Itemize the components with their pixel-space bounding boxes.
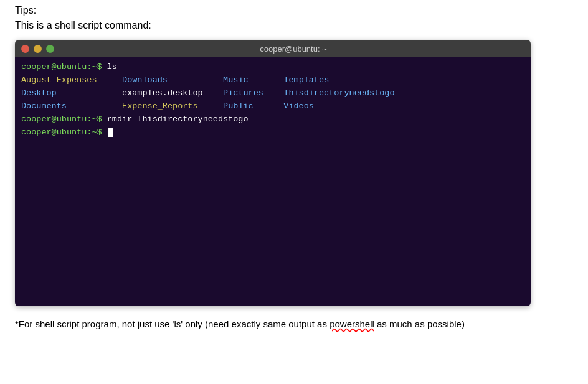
terminal-line-rmdir: cooper@ubuntu:~$ rmdir Thisdirectoryneed… <box>21 113 524 126</box>
minimize-button[interactable] <box>34 45 42 53</box>
cmd-ls: ls <box>107 62 117 72</box>
ls-col-expense: Expense_Reports <box>122 101 198 111</box>
intro-text: This is a shell script command: <box>15 20 573 31</box>
ls-col-examples: examples.desktop <box>122 88 203 98</box>
powershell-word: powershell <box>330 319 374 329</box>
terminal-window: cooper@ubuntu: ~ cooper@ubuntu:~$ ls Aug… <box>15 40 531 306</box>
terminal-titlebar: cooper@ubuntu: ~ <box>15 40 531 57</box>
ls-col-august: August_Expenses <box>21 75 97 85</box>
close-button[interactable] <box>21 45 29 53</box>
ls-col-public: Public <box>223 101 254 111</box>
terminal-title: cooper@ubuntu: ~ <box>62 44 524 54</box>
terminal-line-cursor: cooper@ubuntu:~$ <box>21 126 524 139</box>
ls-col-documents: Documents <box>21 101 67 111</box>
tips-label: Tips: <box>15 5 573 16</box>
ls-col-thisdirectory: Thisdirectoryneedstogo <box>283 88 394 98</box>
terminal-cursor <box>108 128 113 137</box>
ls-col-templates: Templates <box>283 75 329 85</box>
ls-col-music: Music <box>223 75 249 85</box>
terminal-ls-row1: August_Expenses Downloads Music Template… <box>21 74 524 87</box>
cmd-rmdir: rmdir Thisdirectoryneedstogo <box>107 115 249 124</box>
ls-col-desktop: Desktop <box>21 88 57 98</box>
footer-note: *For shell script program, not just use … <box>15 317 573 332</box>
maximize-button[interactable] <box>46 45 54 53</box>
ls-col-pictures: Pictures <box>223 88 263 98</box>
prompt-1: cooper@ubuntu:~$ <box>21 62 107 72</box>
terminal-line-1: cooper@ubuntu:~$ ls <box>21 61 524 74</box>
prompt-3: cooper@ubuntu:~$ <box>21 128 107 137</box>
terminal-ls-row2: Desktop examples.desktop Pictures Thisdi… <box>21 87 524 100</box>
terminal-ls-row3: Documents Expense_Reports Public Videos <box>21 100 524 113</box>
ls-col-videos: Videos <box>283 101 314 111</box>
ls-col-downloads: Downloads <box>122 75 168 85</box>
prompt-2: cooper@ubuntu:~$ <box>21 115 107 124</box>
terminal-body[interactable]: cooper@ubuntu:~$ ls August_Expenses Down… <box>15 57 531 306</box>
